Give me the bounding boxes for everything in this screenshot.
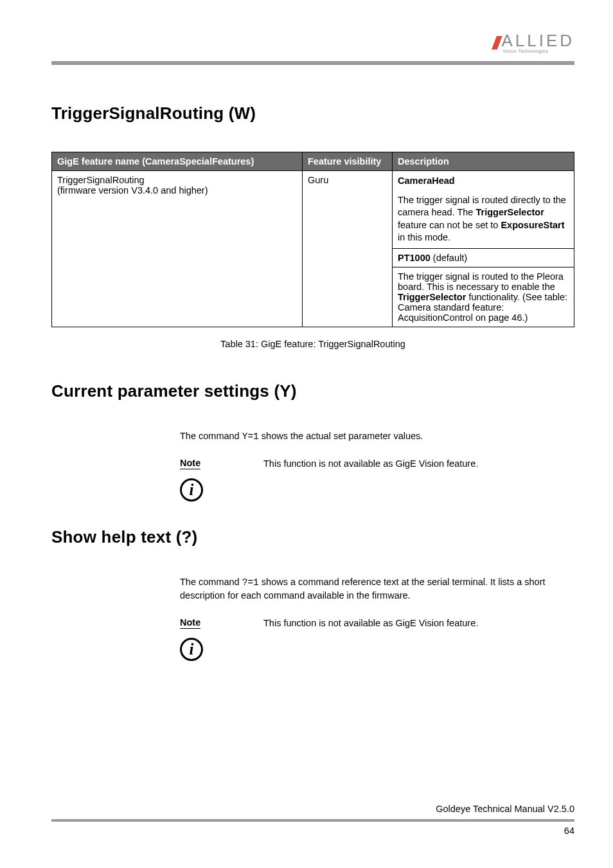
note-text: This function is not available as GigE V… (263, 617, 574, 661)
cell-desc-pt1000-body: The trigger signal is routed to the Pleo… (393, 267, 574, 327)
section-heading-trigger: TriggerSignalRouting (W) (51, 104, 574, 123)
section-heading-show-help: Show help text (?) (51, 527, 574, 547)
feature-table: GigE feature name (CameraSpecialFeatures… (51, 152, 574, 327)
page-number: 64 (51, 826, 574, 836)
logo-slash-icon: /// (492, 33, 497, 53)
th-description: Description (393, 152, 574, 171)
feature-name-line2: (firmware version V3.4.0 and higher) (57, 185, 208, 195)
note-label: Note (180, 617, 200, 629)
desc-head2a: PT1000 (398, 253, 431, 263)
cell-visibility: Guru (303, 171, 393, 327)
desc-p1: The trigger signal is routed directly to… (398, 194, 569, 244)
feature-name-line1: TriggerSignalRouting (57, 175, 145, 185)
note-label: Note (180, 458, 200, 469)
header-divider (51, 61, 574, 65)
page-footer: Goldeye Technical Manual V2.5.0 64 (51, 804, 574, 836)
code-q: ?=1 (242, 577, 259, 588)
table-header-row: GigE feature name (CameraSpecialFeatures… (52, 152, 574, 171)
desc-head2b: (default) (431, 253, 467, 263)
section-heading-current-params: Current parameter settings (Y) (51, 381, 574, 401)
logo-main-text: ALLIED (501, 32, 574, 49)
cell-desc-camerahead: CameraHead The trigger signal is routed … (393, 171, 574, 249)
th-visibility: Feature visibility (303, 152, 393, 171)
page-header: /// ALLIED Vision Technologies (51, 32, 574, 53)
note-left: Note i (180, 617, 251, 661)
desc-head1: CameraHead (398, 176, 455, 186)
cell-desc-pt1000-head: PT1000 (default) (393, 248, 574, 267)
code-y: Y=1 (242, 431, 259, 442)
cell-feature-name: TriggerSignalRouting (firmware version V… (52, 171, 303, 327)
note-block-y: Note i This function is not available as… (180, 457, 574, 502)
body-text-y: The command Y=1 shows the actual set par… (180, 429, 574, 443)
footer-divider (51, 819, 574, 822)
logo-sub-text: Vision Technologies (502, 49, 574, 53)
logo-text: ALLIED Vision Technologies (501, 32, 574, 53)
note-text: This function is not available as GigE V… (263, 457, 574, 502)
table-row: TriggerSignalRouting (firmware version V… (52, 171, 574, 249)
table-caption: Table 31: GigE feature: TriggerSignalRou… (51, 339, 574, 349)
footer-doc-title: Goldeye Technical Manual V2.5.0 (51, 804, 574, 814)
th-feature-name: GigE feature name (CameraSpecialFeatures… (52, 152, 303, 171)
note-left: Note i (180, 457, 251, 502)
brand-logo: /// ALLIED Vision Technologies (492, 32, 574, 53)
info-icon: i (180, 638, 203, 661)
note-block-q: Note i This function is not available as… (180, 617, 574, 661)
info-icon: i (180, 478, 203, 502)
body-text-q: The command ?=1 shows a command referenc… (180, 575, 574, 602)
